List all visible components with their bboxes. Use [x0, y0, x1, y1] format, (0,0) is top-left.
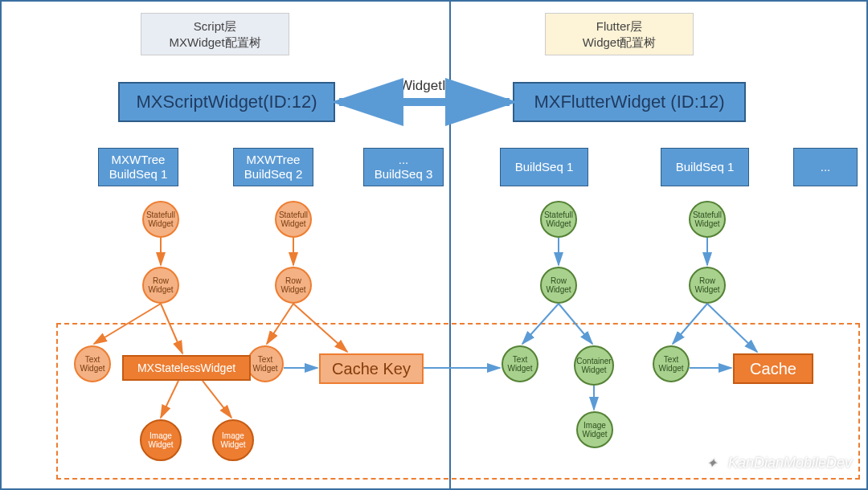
header-left-line2: MXWidget配置树	[156, 35, 274, 51]
right-buildseq-2: BuildSeq 1	[661, 148, 749, 186]
right1-row: RowWidget	[540, 267, 577, 304]
right1-text: TextWidget	[502, 345, 538, 382]
right-buildseq-3: ...	[793, 148, 858, 186]
left-seq2-line2: BuildSeq 2	[244, 167, 303, 182]
right-seq1-label: BuildSeq 1	[515, 160, 574, 174]
cachekey-box: Cache Key	[319, 353, 424, 384]
header-right-line1: Flutter层	[560, 18, 678, 35]
mxflutterwidget-box: MXFlutterWidget (ID:12)	[513, 82, 746, 122]
right1-container: ContainerWidget	[574, 345, 614, 386]
left-buildseq-1: MXWTree BuildSeq 1	[98, 148, 178, 186]
left-image-2: ImageWidget	[212, 419, 254, 461]
cache-box: Cache	[733, 353, 813, 384]
left-seq3-line1: ...	[375, 153, 433, 167]
mxflutterwidget-label: MXFlutterWidget (ID:12)	[534, 92, 724, 112]
cache-label: Cache	[750, 360, 796, 378]
left1-text: TextWidget	[74, 345, 111, 382]
header-flutter-layer: Flutter层 Widget配置树	[545, 13, 694, 55]
left2-statefull: StatefullWidget	[275, 201, 312, 238]
right1-statefull: StatefullWidget	[540, 201, 577, 238]
watermark-text: KanDianMobileDev	[728, 455, 852, 472]
mxstatelesswidget-box: MXStatelessWidget	[122, 355, 251, 381]
right-seq2-label: BuildSeq 1	[676, 160, 735, 174]
left-seq3-line2: BuildSeq 3	[375, 167, 433, 182]
mxscriptwidget-box: MXScriptWidget(ID:12)	[118, 82, 335, 122]
cachekey-label: Cache Key	[332, 360, 411, 378]
right-seq3-label: ...	[821, 160, 831, 174]
left-seq1-line2: BuildSeq 1	[109, 167, 168, 182]
left-seq1-line1: MXWTree	[109, 153, 168, 167]
right2-text: TextWidget	[653, 345, 690, 382]
right2-statefull: StatefullWidget	[689, 201, 726, 238]
right2-row: RowWidget	[689, 267, 726, 304]
left-image-1: ImageWidget	[140, 419, 182, 461]
header-script-layer: Script层 MXWidget配置树	[141, 13, 289, 55]
right-buildseq-1: BuildSeq 1	[500, 148, 588, 186]
mxscriptwidget-label: MXScriptWidget(ID:12)	[137, 92, 317, 112]
header-right-line2: Widget配置树	[560, 35, 678, 51]
left2-row: RowWidget	[275, 267, 312, 304]
header-left-line1: Script层	[156, 18, 274, 35]
left-seq2-line1: MXWTree	[244, 153, 303, 167]
left2-text: TextWidget	[247, 345, 284, 382]
wechat-icon: ✦	[701, 451, 723, 474]
watermark: ✦ KanDianMobileDev	[701, 451, 852, 474]
right1-image: ImageWidget	[576, 411, 613, 448]
diagram-canvas: Script层 MXWidget配置树 Flutter层 Widget配置树 M…	[0, 0, 868, 490]
left1-statefull: StatefullWidget	[142, 201, 179, 238]
left-buildseq-2: MXWTree BuildSeq 2	[233, 148, 313, 186]
left-buildseq-3: ... BuildSeq 3	[363, 148, 444, 186]
left1-row: RowWidget	[142, 267, 179, 304]
mxstateless-label: MXStatelessWidget	[137, 361, 235, 374]
widgetid-label: WidgetID	[399, 78, 456, 94]
